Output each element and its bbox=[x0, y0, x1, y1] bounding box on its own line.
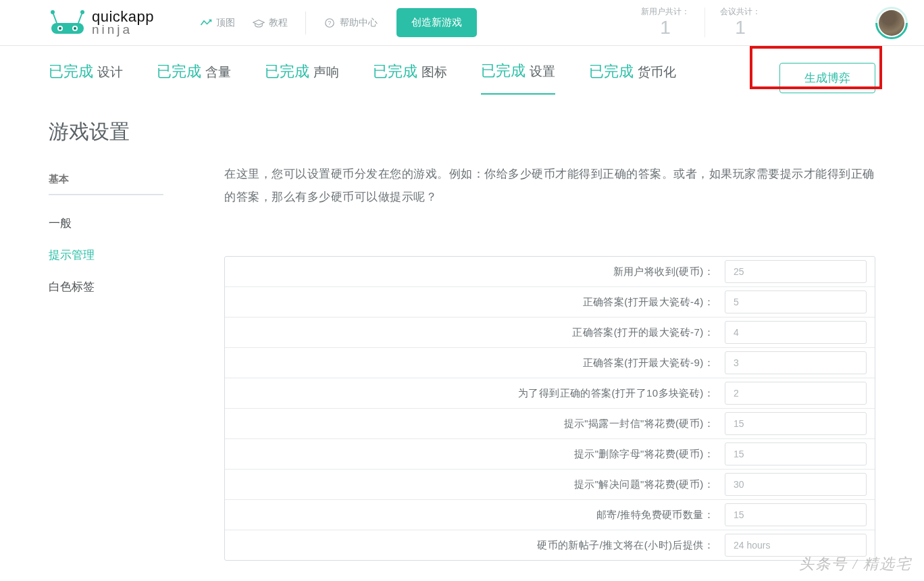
setting-label: 提示"删除字母"将花费(硬币)： bbox=[225, 448, 714, 461]
tab-done-prefix: 已完成 bbox=[589, 61, 634, 82]
top-nav: 顶图 教程 ? 帮助中心 bbox=[200, 11, 378, 34]
header-stats: 新用户共计： 1 会议共计： 1 bbox=[626, 7, 775, 39]
logo-text: quickapp ninja bbox=[92, 10, 154, 35]
setting-label: 新用户将收到(硬币)： bbox=[225, 266, 714, 278]
stat-value: 1 bbox=[720, 16, 761, 39]
setting-label: 邮寄/推特免费硬币数量： bbox=[225, 509, 714, 522]
tab-done-prefix: 已完成 bbox=[157, 61, 201, 82]
setting-input-9[interactable] bbox=[725, 534, 867, 557]
tab-label: 设计 bbox=[97, 64, 123, 81]
stat-meetings: 会议共计： 1 bbox=[705, 7, 775, 39]
nav-tutorial[interactable]: 教程 bbox=[253, 17, 288, 29]
nav-top[interactable]: 顶图 bbox=[200, 17, 235, 29]
page-title: 游戏设置 bbox=[49, 118, 163, 146]
setting-input-3[interactable] bbox=[725, 351, 867, 374]
setting-row: 硬币的新帖子/推文将在(小时)后提供： bbox=[225, 530, 875, 560]
setting-input-2[interactable] bbox=[725, 321, 867, 344]
setting-row: 邮寄/推特免费硬币数量： bbox=[225, 500, 875, 530]
setting-row: 新用户将收到(硬币)： bbox=[225, 257, 875, 287]
tab-label: 含量 bbox=[205, 64, 231, 81]
tab-0[interactable]: 已完成设计 bbox=[49, 61, 123, 94]
setting-input-6[interactable] bbox=[725, 443, 867, 465]
avatar-image bbox=[879, 10, 904, 36]
setting-row: 正确答案(打开最大瓷砖-4)： bbox=[225, 287, 875, 318]
generate-button[interactable]: 生成博弈 bbox=[779, 63, 875, 93]
sidebar-heading: 基本 bbox=[49, 173, 163, 195]
tab-4[interactable]: 已完成设置 bbox=[481, 61, 555, 95]
stat-label: 会议共计： bbox=[720, 7, 761, 16]
progress-tabs: 已完成设计已完成含量已完成声响已完成图标已完成设置已完成货币化生成博弈 bbox=[0, 46, 924, 95]
setting-input-5[interactable] bbox=[725, 412, 867, 435]
sidebar-item-0[interactable]: 一般 bbox=[49, 207, 163, 239]
sidebar: 游戏设置 基本 一般提示管理白色标签 bbox=[49, 118, 163, 561]
chart-line-icon bbox=[200, 18, 212, 28]
setting-row: 提示"揭露一封信"将花费(硬币)： bbox=[225, 409, 875, 439]
separator bbox=[305, 11, 306, 34]
setting-input-4[interactable] bbox=[725, 382, 867, 405]
description-text: 在这里，您可以设置硬币分发在您的游戏。例如：你给多少硬币才能得到正确的答案。或者… bbox=[224, 163, 875, 209]
settings-table: 新用户将收到(硬币)：正确答案(打开最大瓷砖-4)：正确答案(打开的最大瓷砖-7… bbox=[224, 256, 875, 561]
main-area: 游戏设置 基本 一般提示管理白色标签 在这里，您可以设置硬币分发在您的游戏。例如… bbox=[0, 95, 924, 561]
setting-row: 正确答案(打开最大瓷砖-9)： bbox=[225, 348, 875, 378]
tab-label: 货币化 bbox=[638, 64, 676, 81]
setting-label: 正确答案(打开的最大瓷砖-7)： bbox=[225, 326, 714, 339]
watermark: 头条号 / 精选宅 bbox=[799, 554, 912, 574]
tab-label: 声响 bbox=[313, 64, 339, 81]
setting-row: 提示"解决问题"将花费(硬币)： bbox=[225, 470, 875, 500]
setting-label: 硬币的新帖子/推文将在(小时)后提供： bbox=[225, 539, 714, 552]
setting-input-1[interactable] bbox=[725, 290, 867, 313]
tab-2[interactable]: 已完成声响 bbox=[265, 61, 339, 94]
setting-row: 正确答案(打开的最大瓷砖-7)： bbox=[225, 318, 875, 348]
setting-label: 提示"揭露一封信"将花费(硬币)： bbox=[225, 418, 714, 430]
setting-input-0[interactable] bbox=[725, 260, 867, 283]
tab-done-prefix: 已完成 bbox=[49, 61, 93, 82]
stat-label: 新用户共计： bbox=[641, 7, 690, 16]
setting-label: 正确答案(打开最大瓷砖-9)： bbox=[225, 357, 714, 370]
svg-point-4 bbox=[74, 27, 76, 30]
setting-label: 提示"解决问题"将花费(硬币)： bbox=[225, 478, 714, 491]
nav-help[interactable]: ? 帮助中心 bbox=[324, 17, 378, 29]
svg-text:?: ? bbox=[328, 20, 332, 26]
create-game-button[interactable]: 创造新游戏 bbox=[396, 8, 477, 37]
sidebar-item-2[interactable]: 白色标签 bbox=[49, 271, 163, 303]
setting-row: 为了得到正确的答案(打开了10多块瓷砖)： bbox=[225, 378, 875, 409]
logo[interactable]: quickapp ninja bbox=[49, 9, 154, 36]
help-icon: ? bbox=[324, 18, 336, 28]
svg-point-6 bbox=[51, 10, 55, 14]
user-avatar[interactable] bbox=[869, 0, 915, 45]
tab-label: 图标 bbox=[421, 64, 447, 81]
content: 在这里，您可以设置硬币分发在您的游戏。例如：你给多少硬币才能得到正确的答案。或者… bbox=[224, 118, 875, 561]
setting-row: 提示"删除字母"将花费(硬币)： bbox=[225, 439, 875, 470]
robot-icon bbox=[49, 9, 86, 36]
setting-input-8[interactable] bbox=[725, 503, 867, 526]
tab-done-prefix: 已完成 bbox=[373, 61, 417, 82]
graduation-cap-icon bbox=[253, 18, 265, 28]
sidebar-item-1[interactable]: 提示管理 bbox=[49, 239, 163, 271]
top-header: quickapp ninja 顶图 教程 ? 帮助中心 创造新游戏 新用户共计：… bbox=[0, 0, 924, 46]
setting-label: 为了得到正确的答案(打开了10多块瓷砖)： bbox=[225, 387, 714, 400]
stat-value: 1 bbox=[641, 16, 690, 39]
tab-done-prefix: 已完成 bbox=[481, 61, 525, 81]
svg-rect-0 bbox=[51, 23, 84, 34]
stat-new-users: 新用户共计： 1 bbox=[626, 7, 704, 39]
tab-done-prefix: 已完成 bbox=[265, 61, 309, 82]
svg-point-8 bbox=[80, 10, 84, 14]
tab-label: 设置 bbox=[530, 63, 555, 80]
tab-1[interactable]: 已完成含量 bbox=[157, 61, 231, 94]
setting-label: 正确答案(打开最大瓷砖-4)： bbox=[225, 296, 714, 309]
setting-input-7[interactable] bbox=[725, 473, 867, 496]
svg-point-2 bbox=[59, 27, 61, 30]
tab-3[interactable]: 已完成图标 bbox=[373, 61, 447, 94]
tab-5[interactable]: 已完成货币化 bbox=[589, 61, 676, 94]
